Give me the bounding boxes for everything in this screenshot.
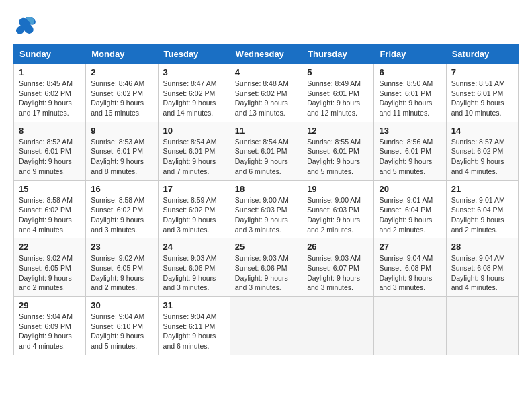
weekday-header: Tuesday xyxy=(158,45,230,64)
calendar-day-cell: 1Sunrise: 8:45 AM Sunset: 6:02 PM Daylig… xyxy=(14,64,86,122)
day-info: Sunrise: 8:58 AM Sunset: 6:02 PM Dayligh… xyxy=(19,195,81,235)
day-number: 24 xyxy=(163,242,225,252)
day-number: 12 xyxy=(307,126,369,136)
calendar-day-cell: 6Sunrise: 8:50 AM Sunset: 6:01 PM Daylig… xyxy=(374,64,446,122)
calendar-week-row: 22Sunrise: 9:02 AM Sunset: 6:05 PM Dayli… xyxy=(14,238,519,297)
day-number: 15 xyxy=(19,184,81,194)
calendar-day-cell: 18Sunrise: 9:00 AM Sunset: 6:03 PM Dayli… xyxy=(230,180,302,238)
day-number: 25 xyxy=(235,242,297,252)
day-info: Sunrise: 9:03 AM Sunset: 6:06 PM Dayligh… xyxy=(235,253,297,293)
day-number: 5 xyxy=(307,67,369,77)
day-number: 31 xyxy=(163,300,225,310)
day-number: 11 xyxy=(235,126,297,136)
day-number: 4 xyxy=(235,67,297,77)
day-info: Sunrise: 9:03 AM Sunset: 6:06 PM Dayligh… xyxy=(163,253,225,293)
calendar-week-row: 8Sunrise: 8:52 AM Sunset: 6:01 PM Daylig… xyxy=(14,122,519,180)
calendar-day-cell: 22Sunrise: 9:02 AM Sunset: 6:05 PM Dayli… xyxy=(14,238,86,297)
weekday-header: Saturday xyxy=(446,45,518,64)
day-number: 28 xyxy=(451,242,513,252)
calendar-table: SundayMondayTuesdayWednesdayThursdayFrid… xyxy=(13,44,519,355)
day-info: Sunrise: 8:59 AM Sunset: 6:02 PM Dayligh… xyxy=(163,195,225,235)
day-number: 27 xyxy=(379,242,441,252)
day-number: 8 xyxy=(19,126,81,136)
page-header xyxy=(13,13,519,38)
calendar-day-cell: 5Sunrise: 8:49 AM Sunset: 6:01 PM Daylig… xyxy=(302,64,374,122)
day-info: Sunrise: 8:50 AM Sunset: 6:01 PM Dayligh… xyxy=(379,79,441,118)
day-number: 3 xyxy=(163,67,225,77)
calendar-day-cell: 30Sunrise: 9:04 AM Sunset: 6:10 PM Dayli… xyxy=(86,297,158,355)
calendar-day-cell: 20Sunrise: 9:01 AM Sunset: 6:04 PM Dayli… xyxy=(374,180,446,238)
calendar-day-cell: 27Sunrise: 9:04 AM Sunset: 6:08 PM Dayli… xyxy=(374,238,446,297)
day-number: 20 xyxy=(379,184,441,194)
day-info: Sunrise: 8:57 AM Sunset: 6:02 PM Dayligh… xyxy=(451,137,513,177)
empty-cell xyxy=(446,297,518,355)
calendar-day-cell: 13Sunrise: 8:56 AM Sunset: 6:01 PM Dayli… xyxy=(374,122,446,180)
empty-cell xyxy=(230,297,302,355)
calendar-day-cell: 23Sunrise: 9:02 AM Sunset: 6:05 PM Dayli… xyxy=(86,238,158,297)
day-info: Sunrise: 9:00 AM Sunset: 6:03 PM Dayligh… xyxy=(307,195,369,235)
calendar-day-cell: 2Sunrise: 8:46 AM Sunset: 6:02 PM Daylig… xyxy=(86,64,158,122)
logo xyxy=(13,13,40,38)
calendar-day-cell: 29Sunrise: 9:04 AM Sunset: 6:09 PM Dayli… xyxy=(14,297,86,355)
day-info: Sunrise: 8:56 AM Sunset: 6:01 PM Dayligh… xyxy=(379,137,441,177)
day-info: Sunrise: 8:46 AM Sunset: 6:02 PM Dayligh… xyxy=(91,79,152,118)
day-info: Sunrise: 8:58 AM Sunset: 6:02 PM Dayligh… xyxy=(91,195,152,235)
calendar-day-cell: 24Sunrise: 9:03 AM Sunset: 6:06 PM Dayli… xyxy=(158,238,230,297)
day-info: Sunrise: 8:48 AM Sunset: 6:02 PM Dayligh… xyxy=(235,79,297,118)
calendar-day-cell: 9Sunrise: 8:53 AM Sunset: 6:01 PM Daylig… xyxy=(86,122,158,180)
day-number: 16 xyxy=(91,184,152,194)
day-number: 6 xyxy=(379,67,441,77)
day-number: 18 xyxy=(235,184,297,194)
day-info: Sunrise: 9:04 AM Sunset: 6:11 PM Dayligh… xyxy=(163,312,225,351)
logo-icon xyxy=(13,13,38,38)
page-container: SundayMondayTuesdayWednesdayThursdayFrid… xyxy=(13,13,519,355)
day-info: Sunrise: 8:45 AM Sunset: 6:02 PM Dayligh… xyxy=(19,79,81,118)
calendar-day-cell: 26Sunrise: 9:03 AM Sunset: 6:07 PM Dayli… xyxy=(302,238,374,297)
calendar-day-cell: 14Sunrise: 8:57 AM Sunset: 6:02 PM Dayli… xyxy=(446,122,518,180)
weekday-header: Sunday xyxy=(14,45,86,64)
calendar-day-cell: 19Sunrise: 9:00 AM Sunset: 6:03 PM Dayli… xyxy=(302,180,374,238)
day-info: Sunrise: 8:55 AM Sunset: 6:01 PM Dayligh… xyxy=(307,137,369,177)
day-info: Sunrise: 9:01 AM Sunset: 6:04 PM Dayligh… xyxy=(451,195,513,235)
empty-cell xyxy=(374,297,446,355)
day-info: Sunrise: 9:00 AM Sunset: 6:03 PM Dayligh… xyxy=(235,195,297,235)
day-number: 29 xyxy=(19,300,81,310)
day-number: 13 xyxy=(379,126,441,136)
day-info: Sunrise: 8:54 AM Sunset: 6:01 PM Dayligh… xyxy=(163,137,225,177)
calendar-day-cell: 11Sunrise: 8:54 AM Sunset: 6:01 PM Dayli… xyxy=(230,122,302,180)
day-info: Sunrise: 9:02 AM Sunset: 6:05 PM Dayligh… xyxy=(91,253,152,293)
day-info: Sunrise: 9:03 AM Sunset: 6:07 PM Dayligh… xyxy=(307,253,369,293)
calendar-day-cell: 28Sunrise: 9:04 AM Sunset: 6:08 PM Dayli… xyxy=(446,238,518,297)
calendar-day-cell: 12Sunrise: 8:55 AM Sunset: 6:01 PM Dayli… xyxy=(302,122,374,180)
day-info: Sunrise: 9:04 AM Sunset: 6:08 PM Dayligh… xyxy=(379,253,441,293)
day-number: 23 xyxy=(91,242,152,252)
day-number: 30 xyxy=(91,300,152,310)
day-number: 19 xyxy=(307,184,369,194)
day-number: 7 xyxy=(451,67,513,77)
weekday-header: Friday xyxy=(374,45,446,64)
calendar-day-cell: 3Sunrise: 8:47 AM Sunset: 6:02 PM Daylig… xyxy=(158,64,230,122)
day-number: 14 xyxy=(451,126,513,136)
calendar-week-row: 29Sunrise: 9:04 AM Sunset: 6:09 PM Dayli… xyxy=(14,297,519,355)
calendar-day-cell: 8Sunrise: 8:52 AM Sunset: 6:01 PM Daylig… xyxy=(14,122,86,180)
empty-cell xyxy=(302,297,374,355)
calendar-day-cell: 21Sunrise: 9:01 AM Sunset: 6:04 PM Dayli… xyxy=(446,180,518,238)
day-number: 9 xyxy=(91,126,152,136)
day-info: Sunrise: 8:54 AM Sunset: 6:01 PM Dayligh… xyxy=(235,137,297,177)
day-number: 2 xyxy=(91,67,152,77)
weekday-header: Monday xyxy=(86,45,158,64)
calendar-week-row: 15Sunrise: 8:58 AM Sunset: 6:02 PM Dayli… xyxy=(14,180,519,238)
day-info: Sunrise: 8:49 AM Sunset: 6:01 PM Dayligh… xyxy=(307,79,369,118)
day-info: Sunrise: 9:02 AM Sunset: 6:05 PM Dayligh… xyxy=(19,253,81,293)
day-number: 22 xyxy=(19,242,81,252)
weekday-header: Thursday xyxy=(302,45,374,64)
day-number: 1 xyxy=(19,67,81,77)
day-info: Sunrise: 8:47 AM Sunset: 6:02 PM Dayligh… xyxy=(163,79,225,118)
day-info: Sunrise: 9:04 AM Sunset: 6:08 PM Dayligh… xyxy=(451,253,513,293)
calendar-day-cell: 31Sunrise: 9:04 AM Sunset: 6:11 PM Dayli… xyxy=(158,297,230,355)
calendar-header-row: SundayMondayTuesdayWednesdayThursdayFrid… xyxy=(14,45,519,64)
day-number: 26 xyxy=(307,242,369,252)
calendar-day-cell: 16Sunrise: 8:58 AM Sunset: 6:02 PM Dayli… xyxy=(86,180,158,238)
day-info: Sunrise: 8:52 AM Sunset: 6:01 PM Dayligh… xyxy=(19,137,81,177)
day-info: Sunrise: 8:51 AM Sunset: 6:01 PM Dayligh… xyxy=(451,79,513,118)
